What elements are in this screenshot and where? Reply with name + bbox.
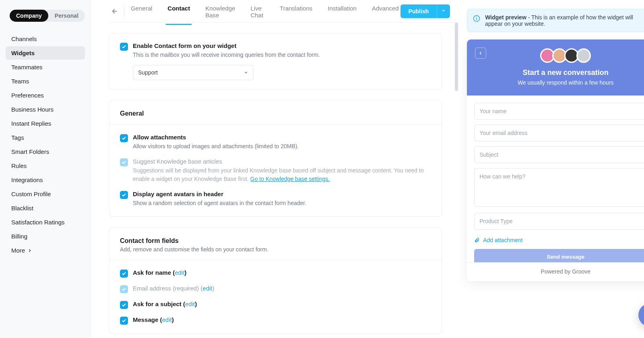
setting-checkbox[interactable] xyxy=(120,191,128,199)
setting-label: Display agent avatars in header xyxy=(133,191,306,197)
content-column: GeneralContactKnowledge BaseLive ChatTra… xyxy=(91,0,458,338)
setting-row: Suggest Knowledge base articlesSuggestio… xyxy=(120,158,431,191)
preview-add-attachment[interactable]: Add attachment xyxy=(474,236,644,249)
preview-back-button[interactable] xyxy=(475,48,486,59)
check-icon xyxy=(122,318,126,323)
preview-column: Widget preview - This is an example of h… xyxy=(458,0,644,338)
scrollbar-thumb[interactable] xyxy=(455,23,458,91)
check-icon xyxy=(122,160,126,165)
check-icon xyxy=(122,303,126,307)
scroll-area[interactable]: Enable Contact form on your widget This … xyxy=(109,23,458,338)
field-checkbox[interactable] xyxy=(120,301,128,309)
preview-body: Product Type Add attachment Send message xyxy=(467,95,644,262)
preview-subtitle: We usually respond within a few hours xyxy=(475,79,644,86)
preview-header: Start a new conversation We usually resp… xyxy=(467,39,644,95)
setting-desc: Suggestions will be displayed from your … xyxy=(133,166,431,183)
back-button[interactable] xyxy=(109,5,121,18)
sidebar-item-business-hours[interactable]: Business Hours xyxy=(6,103,85,116)
field-edit-link[interactable]: edit xyxy=(175,269,184,276)
setting-row: Allow attachmentsAllow visitors to uploa… xyxy=(120,134,431,158)
mailbox-select[interactable]: Support xyxy=(133,65,254,80)
sidebar-item-preferences[interactable]: Preferences xyxy=(6,89,85,102)
fields-subheading: Add, remove and customise the fields on … xyxy=(120,246,431,253)
kb-settings-link[interactable]: Go to Knowledge base settings. xyxy=(250,176,330,182)
field-checkbox[interactable] xyxy=(120,317,128,325)
tab-knowledge-base[interactable]: Knowledge Base xyxy=(204,0,237,25)
field-row: Message (edit) xyxy=(120,316,431,325)
field-row: Ask for a subject (edit) xyxy=(120,301,431,316)
setting-label: Allow attachments xyxy=(133,134,299,141)
tab-general[interactable]: General xyxy=(129,0,154,25)
avatar xyxy=(576,48,591,63)
preview-subject-input[interactable] xyxy=(474,146,644,163)
enable-contact-checkbox[interactable] xyxy=(120,43,128,51)
fields-card: Contact form fields Add, remove and cust… xyxy=(109,227,442,334)
notice-text: Widget preview - This is an example of h… xyxy=(485,14,644,27)
chevron-down-icon xyxy=(244,70,248,75)
field-label: Ask for a subject (edit) xyxy=(133,301,197,307)
sidebar-item-billing[interactable]: Billing xyxy=(6,230,85,243)
enable-contact-desc: This is the mailbox you will receive inc… xyxy=(133,51,320,59)
sidebar-item-channels[interactable]: Channels xyxy=(6,32,85,46)
sidebar-item-widgets[interactable]: Widgets xyxy=(6,46,85,60)
sidebar-item-satisfaction-ratings[interactable]: Satisfaction Ratings xyxy=(6,216,85,229)
setting-checkbox[interactable] xyxy=(120,134,128,142)
field-edit-link[interactable]: edit xyxy=(162,316,171,323)
field-edit-link[interactable]: edit xyxy=(185,301,195,307)
field-label: Ask for name (edit) xyxy=(133,269,186,276)
chevron-left-icon xyxy=(478,51,483,56)
preview-select-value: Product Type xyxy=(479,218,512,224)
tab-translations[interactable]: Translations xyxy=(278,0,314,25)
tab-installation[interactable]: Installation xyxy=(326,0,358,25)
sidebar-item-label: More xyxy=(11,247,25,254)
enable-contact-card: Enable Contact form on your widget This … xyxy=(109,33,442,89)
scope-personal[interactable]: Personal xyxy=(48,10,85,22)
paperclip-icon xyxy=(474,237,480,243)
sidebar-item-tags[interactable]: Tags xyxy=(6,131,85,144)
widget-preview: Start a new conversation We usually resp… xyxy=(467,39,644,281)
sidebar-item-instant-replies[interactable]: Instant Replies xyxy=(6,117,85,130)
setting-desc: Show a random selection of agent avatars… xyxy=(133,199,306,207)
sidebar-item-smart-folders[interactable]: Smart Folders xyxy=(6,145,85,158)
sidebar-item-custom-profile[interactable]: Custom Profile xyxy=(6,187,85,201)
sidebar-item-blacklist[interactable]: Blacklist xyxy=(6,201,85,215)
setting-checkbox xyxy=(120,158,128,166)
setting-desc: Allow visitors to upload images and atta… xyxy=(133,142,299,151)
general-heading: General xyxy=(120,110,431,117)
check-icon xyxy=(122,271,126,276)
mailbox-select-value: Support xyxy=(138,69,158,76)
setting-row: Display agent avatars in headerShow a ra… xyxy=(120,191,431,207)
scope-toggle: Company Personal xyxy=(10,10,85,22)
sidebar-item-integrations[interactable]: Integrations xyxy=(6,173,85,187)
publish-group: Publish xyxy=(400,4,450,18)
field-checkbox[interactable] xyxy=(120,270,128,278)
tabbar: GeneralContactKnowledge BaseLive ChatTra… xyxy=(109,0,458,23)
preview-name-input[interactable] xyxy=(474,103,644,120)
field-label: Email address (required) (edit) xyxy=(133,285,215,292)
main: GeneralContactKnowledge BaseLive ChatTra… xyxy=(91,0,644,338)
setting-label: Suggest Knowledge base articles xyxy=(133,158,431,165)
scope-company[interactable]: Company xyxy=(10,10,48,22)
preview-avatars xyxy=(475,48,644,63)
publish-dropdown-button[interactable] xyxy=(437,4,450,18)
preview-email-input[interactable] xyxy=(474,124,644,141)
tab-contact[interactable]: Contact xyxy=(166,0,192,25)
sidebar-item-rules[interactable]: Rules xyxy=(6,159,85,172)
sidebar-item-more[interactable]: More xyxy=(6,244,85,257)
check-icon xyxy=(122,136,126,141)
tab-advanced[interactable]: Advanced xyxy=(370,0,400,25)
publish-button[interactable]: Publish xyxy=(400,4,437,18)
sidebar-item-teammates[interactable]: Teammates xyxy=(6,60,85,74)
chevron-down-icon xyxy=(441,8,446,13)
scrollbar[interactable] xyxy=(455,23,458,305)
preview-attach-label: Add attachment xyxy=(483,237,522,243)
widget-close-fab[interactable] xyxy=(638,303,644,327)
preview-product-type-select[interactable]: Product Type xyxy=(474,213,644,230)
sidebar-item-teams[interactable]: Teams xyxy=(6,75,85,88)
svg-point-3 xyxy=(476,17,477,18)
field-edit-link[interactable]: edit xyxy=(202,285,212,292)
tab-live-chat[interactable]: Live Chat xyxy=(249,0,266,25)
preview-notice: Widget preview - This is an example of h… xyxy=(467,9,644,32)
preview-message-textarea[interactable] xyxy=(474,168,644,207)
check-icon xyxy=(122,193,126,197)
